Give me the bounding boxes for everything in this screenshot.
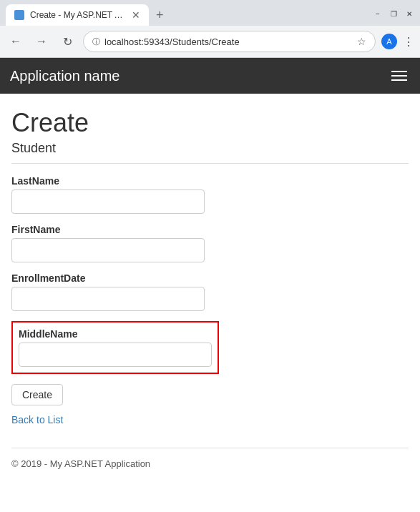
create-form: LastName FirstName EnrollmentDate Middle… — [11, 175, 409, 426]
back-to-list-link[interactable]: Back to List — [11, 414, 63, 425]
lock-icon: ⓘ — [92, 36, 100, 47]
hamburger-button[interactable] — [389, 68, 410, 84]
app-navbar: Application name — [0, 58, 420, 94]
enrollment-date-label: EnrollmentDate — [11, 272, 409, 284]
close-button[interactable]: ✕ — [404, 9, 414, 19]
last-name-group: LastName — [11, 175, 409, 214]
hamburger-line-3 — [391, 79, 407, 81]
hamburger-line-2 — [391, 75, 407, 77]
main-content: Create Student LastName FirstName Enroll… — [0, 94, 420, 483]
tab-close-icon[interactable]: ✕ — [132, 9, 140, 21]
footer-text: © 2019 - My ASP.NET Application — [11, 458, 150, 469]
first-name-input[interactable] — [11, 238, 205, 262]
profile-icon[interactable]: A — [381, 34, 397, 49]
middle-name-label: MiddleName — [19, 328, 212, 340]
tab-favicon — [14, 10, 24, 20]
app-title: Application name — [10, 68, 389, 84]
enrollment-date-input[interactable] — [11, 287, 205, 311]
tab-bar: Create - My ASP.NET Application ✕ + − ❐ … — [0, 0, 420, 26]
new-tab-button[interactable]: + — [152, 8, 168, 23]
enrollment-date-group: EnrollmentDate — [11, 272, 409, 311]
form-actions: Create — [11, 384, 409, 405]
last-name-label: LastName — [11, 175, 409, 187]
browser-menu-icon[interactable]: ⋮ — [403, 35, 414, 49]
hamburger-line-1 — [391, 71, 407, 72]
page-footer: © 2019 - My ASP.NET Application — [11, 448, 409, 469]
tab-title: Create - My ASP.NET Application — [30, 10, 123, 20]
browser-tab[interactable]: Create - My ASP.NET Application ✕ — [6, 4, 149, 26]
bookmark-icon[interactable]: ☆ — [357, 36, 366, 47]
address-bar-input[interactable]: ⓘ localhost:59343/Students/Create ☆ — [83, 31, 376, 52]
create-button[interactable]: Create — [11, 384, 63, 405]
last-name-input[interactable] — [11, 189, 205, 214]
restore-button[interactable]: ❐ — [389, 9, 399, 19]
window-controls: − ❐ ✕ — [373, 9, 414, 21]
middle-name-highlighted-group: MiddleName — [11, 321, 219, 374]
address-text: localhost:59343/Students/Create — [104, 36, 353, 47]
page-subheading: Student — [11, 141, 409, 156]
first-name-label: FirstName — [11, 224, 409, 235]
back-nav-button[interactable]: ← — [6, 31, 26, 51]
page-heading: Create — [11, 108, 409, 138]
minimize-button[interactable]: − — [373, 9, 383, 19]
reload-button[interactable]: ↻ — [57, 31, 77, 51]
first-name-group: FirstName — [11, 224, 409, 262]
forward-nav-button[interactable]: → — [31, 31, 52, 51]
browser-chrome: Create - My ASP.NET Application ✕ + − ❐ … — [0, 0, 420, 58]
divider — [11, 163, 409, 164]
middle-name-input[interactable] — [19, 343, 212, 367]
address-bar: ← → ↻ ⓘ localhost:59343/Students/Create … — [0, 26, 420, 57]
